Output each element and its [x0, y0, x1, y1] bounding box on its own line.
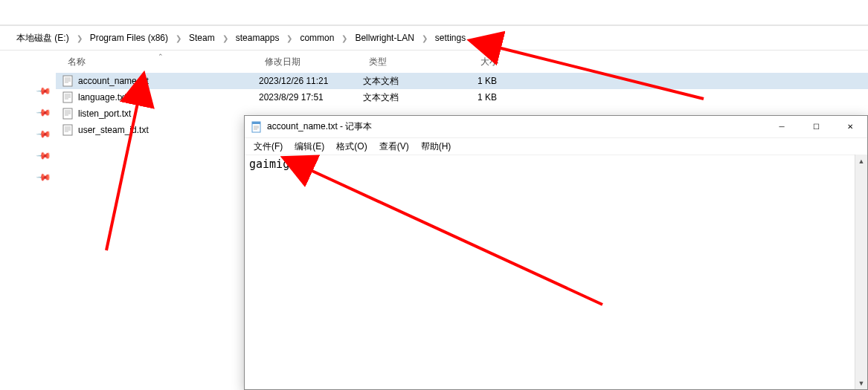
breadcrumb-item[interactable]: Program Files (x86) — [87, 33, 171, 43]
text-file-icon — [62, 91, 74, 103]
breadcrumb-item[interactable]: Steam — [186, 33, 218, 43]
chevron-right-icon: ❯ — [218, 34, 233, 42]
notepad-content[interactable]: gaimignzi — [245, 155, 867, 389]
notepad-window[interactable]: account_name.txt - 记事本 ─ ☐ ✕ 文件(F) 编辑(E)… — [244, 115, 868, 390]
column-header-type[interactable]: 类型 — [363, 56, 452, 68]
chevron-right-icon: ❯ — [337, 34, 352, 42]
breadcrumb-item[interactable]: Bellwright-LAN — [352, 33, 417, 43]
pin-icon[interactable]: 📌 — [36, 82, 57, 103]
minimize-button[interactable]: ─ — [765, 116, 799, 138]
pin-icon[interactable]: 📌 — [36, 126, 57, 146]
file-size: 1 KB — [452, 92, 504, 103]
breadcrumb-item[interactable]: common — [297, 33, 337, 43]
menu-edit[interactable]: 编辑(E) — [289, 139, 330, 155]
notepad-menubar: 文件(F) 编辑(E) 格式(O) 查看(V) 帮助(H) — [245, 138, 867, 155]
notepad-titlebar[interactable]: account_name.txt - 记事本 ─ ☐ ✕ — [245, 116, 867, 138]
scroll-down-icon[interactable]: ▼ — [855, 377, 867, 389]
scroll-up-icon[interactable]: ▲ — [855, 155, 867, 167]
chevron-right-icon: ❯ — [72, 34, 87, 42]
scrollbar-vertical[interactable]: ▲ ▼ — [855, 155, 867, 389]
sort-ascending-icon: ⌃ — [158, 53, 164, 60]
file-size: 1 KB — [452, 76, 504, 86]
chevron-right-icon: ❯ — [417, 34, 432, 42]
column-header-label: 名称 — [68, 56, 86, 67]
column-header-name[interactable]: ⌃ 名称 — [62, 56, 259, 68]
pin-icon[interactable]: 📌 — [36, 169, 57, 189]
column-header-size[interactable]: 大小 — [452, 56, 504, 68]
text-file-icon — [62, 108, 74, 120]
menu-help[interactable]: 帮助(H) — [415, 139, 457, 155]
maximize-button[interactable]: ☐ — [799, 116, 833, 138]
file-name: language.txt — [78, 92, 126, 103]
menu-view[interactable]: 查看(V) — [373, 139, 415, 155]
chevron-right-icon: ❯ — [282, 34, 297, 42]
file-name: listen_port.txt — [78, 108, 131, 119]
notepad-icon — [251, 121, 263, 133]
file-type: 文本文档 — [363, 75, 452, 88]
svg-rect-21 — [252, 122, 260, 124]
breadcrumb[interactable]: 本地磁盘 (E:) ❯ Program Files (x86) ❯ Steam … — [0, 25, 868, 51]
menu-format[interactable]: 格式(O) — [330, 139, 373, 155]
breadcrumb-item[interactable]: 本地磁盘 (E:) — [13, 32, 72, 45]
window-controls: ─ ☐ ✕ — [765, 116, 867, 138]
file-name: user_steam_id.txt — [78, 125, 149, 135]
column-header-date[interactable]: 修改日期 — [259, 56, 363, 68]
quick-access-pane: 📌 📌 📌 📌 📌 — [0, 51, 56, 390]
text-file-icon — [62, 124, 74, 136]
pin-icon[interactable]: 📌 — [36, 147, 57, 168]
column-header-row: ⌃ 名称 修改日期 类型 大小 — [56, 51, 868, 73]
breadcrumb-item[interactable]: settings — [432, 33, 469, 43]
notepad-title: account_name.txt - 记事本 — [267, 120, 765, 133]
text-file-icon — [62, 75, 74, 87]
window-top-bar — [0, 0, 868, 25]
close-button[interactable]: ✕ — [833, 116, 867, 138]
pin-icon[interactable]: 📌 — [36, 104, 57, 125]
file-date: 2023/8/29 17:51 — [259, 92, 363, 103]
chevron-right-icon: ❯ — [171, 34, 186, 42]
file-row[interactable]: language.txt 2023/8/29 17:51 文本文档 1 KB — [56, 89, 868, 105]
file-name: account_name.txt — [78, 76, 149, 86]
file-date: 2023/12/26 11:21 — [259, 76, 363, 86]
menu-file[interactable]: 文件(F) — [248, 139, 289, 155]
breadcrumb-item[interactable]: steamapps — [233, 33, 283, 43]
file-type: 文本文档 — [363, 91, 452, 104]
file-row[interactable]: account_name.txt 2023/12/26 11:21 文本文档 1… — [56, 73, 868, 89]
